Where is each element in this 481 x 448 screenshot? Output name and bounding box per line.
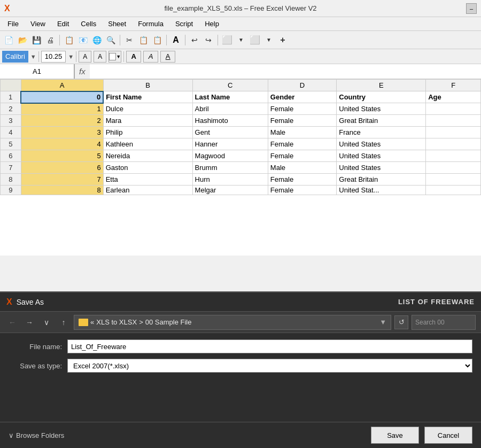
- cell-c5[interactable]: Hanner: [192, 138, 268, 150]
- tb-web[interactable]: 🌐: [90, 34, 103, 47]
- cell-d9[interactable]: Female: [268, 186, 336, 195]
- cell-b2[interactable]: Dulce: [103, 103, 192, 115]
- cell-b7[interactable]: Gaston: [103, 162, 192, 174]
- cell-e3[interactable]: Great Britain: [337, 115, 426, 127]
- formula-input[interactable]: [90, 64, 481, 79]
- nav-up-button[interactable]: ↑: [57, 315, 71, 329]
- cancel-button[interactable]: Cancel: [424, 427, 472, 444]
- cell-e2[interactable]: United States: [337, 103, 426, 115]
- cell-c2[interactable]: Abril: [192, 103, 268, 115]
- cell-b3[interactable]: Mara: [103, 115, 192, 127]
- menu-cells[interactable]: Cells: [75, 19, 102, 29]
- cell-f6[interactable]: [426, 150, 481, 162]
- tb-border2[interactable]: ⬜: [249, 34, 261, 47]
- savetype-select[interactable]: Excel 2007(*.xlsx): [67, 359, 472, 373]
- cell-f2[interactable]: [426, 103, 481, 115]
- font-name-input[interactable]: Calibri: [2, 51, 28, 63]
- menu-formula[interactable]: Formula: [133, 19, 169, 29]
- cell-d8[interactable]: Female: [268, 174, 336, 186]
- cell-c6[interactable]: Magwood: [192, 150, 268, 162]
- col-header-c[interactable]: C: [192, 80, 268, 91]
- cell-a2[interactable]: 1: [21, 103, 103, 115]
- cell-c9[interactable]: Melgar: [192, 186, 268, 195]
- col-header-a[interactable]: A: [21, 80, 103, 91]
- cell-d6[interactable]: Female: [268, 150, 336, 162]
- search-box[interactable]: Search 00: [412, 315, 476, 330]
- cell-d4[interactable]: Male: [268, 127, 336, 138]
- cell-f1[interactable]: Age: [426, 91, 481, 103]
- cell-f8[interactable]: [426, 174, 481, 186]
- bold-btn-A[interactable]: A: [126, 51, 141, 63]
- menu-script[interactable]: Script: [170, 19, 198, 29]
- menu-help[interactable]: Help: [199, 19, 224, 29]
- tb-preview[interactable]: 📋: [63, 34, 75, 47]
- cell-d5[interactable]: Female: [268, 138, 336, 150]
- breadcrumb-dropdown[interactable]: ▼: [379, 318, 386, 326]
- cell-f9[interactable]: [426, 186, 481, 195]
- underline-btn-A[interactable]: A: [160, 51, 175, 63]
- cell-e9[interactable]: United Stat...: [337, 186, 426, 195]
- tb-new[interactable]: 📄: [2, 34, 15, 47]
- menu-view[interactable]: View: [25, 19, 51, 29]
- tb-undo[interactable]: ↩: [188, 34, 201, 47]
- tb-border-drop2[interactable]: ▼: [262, 34, 275, 47]
- cell-b6[interactable]: Nereida: [103, 150, 192, 162]
- cell-a4[interactable]: 3: [21, 127, 103, 138]
- italic-btn-A[interactable]: A: [143, 51, 158, 63]
- tb-cut[interactable]: ✂: [123, 34, 136, 47]
- tb-open[interactable]: 📂: [16, 34, 29, 47]
- cell-e7[interactable]: United States: [337, 162, 426, 174]
- cell-a8[interactable]: 7: [21, 174, 103, 186]
- save-button[interactable]: Save: [371, 427, 419, 444]
- cell-e6[interactable]: United States: [337, 150, 426, 162]
- cell-d3[interactable]: Female: [268, 115, 336, 127]
- menu-sheet[interactable]: Sheet: [103, 19, 131, 29]
- tb-border-drop[interactable]: ▼: [235, 34, 247, 47]
- tb-save[interactable]: 💾: [30, 34, 43, 47]
- cell-d2[interactable]: Female: [268, 103, 336, 115]
- tb-plus[interactable]: +: [276, 34, 289, 47]
- tb-paste[interactable]: 📋: [151, 34, 164, 47]
- tb-redo[interactable]: ↪: [202, 34, 215, 47]
- nav-dropdown-button[interactable]: ∨: [40, 315, 53, 329]
- nav-refresh-button[interactable]: ↺: [394, 315, 408, 329]
- cell-a7[interactable]: 6: [21, 162, 103, 174]
- cell-f3[interactable]: [426, 115, 481, 127]
- menu-edit[interactable]: Edit: [52, 19, 74, 29]
- font-size-input[interactable]: 10.25: [41, 51, 66, 63]
- cell-e1[interactable]: Country: [337, 91, 426, 103]
- col-header-d[interactable]: D: [268, 80, 336, 91]
- col-header-f[interactable]: F: [426, 80, 481, 91]
- minimize-button[interactable]: –: [466, 3, 477, 14]
- filename-input[interactable]: [67, 339, 472, 353]
- cell-b1[interactable]: First Name: [103, 91, 192, 103]
- font-icon-a1[interactable]: A: [79, 51, 91, 63]
- font-icon-a2[interactable]: A: [94, 51, 106, 63]
- cell-e8[interactable]: Great Britain: [337, 174, 426, 186]
- cell-b8[interactable]: Etta: [103, 174, 192, 186]
- col-header-b[interactable]: B: [103, 80, 192, 91]
- cell-c8[interactable]: Hurn: [192, 174, 268, 186]
- cell-reference[interactable]: A1: [0, 64, 75, 79]
- tb-email[interactable]: 📧: [76, 34, 89, 47]
- col-header-e[interactable]: E: [337, 80, 426, 91]
- cell-c1[interactable]: Last Name: [192, 91, 268, 103]
- tb-search-toolbar[interactable]: 🔍: [104, 34, 117, 47]
- cell-b4[interactable]: Philip: [103, 127, 192, 138]
- font-size-dropdown[interactable]: ▼: [68, 53, 74, 60]
- cell-f4[interactable]: [426, 127, 481, 138]
- tb-border1[interactable]: ⬜: [221, 34, 234, 47]
- cell-c4[interactable]: Gent: [192, 127, 268, 138]
- cell-c7[interactable]: Brumm: [192, 162, 268, 174]
- cell-d7[interactable]: Male: [268, 162, 336, 174]
- tb-font-a[interactable]: A: [169, 34, 182, 47]
- fill-color-btn[interactable]: ▼: [108, 51, 121, 63]
- cell-f5[interactable]: [426, 138, 481, 150]
- cell-b5[interactable]: Kathleen: [103, 138, 192, 150]
- cell-a9[interactable]: 8: [21, 186, 103, 195]
- cell-d1[interactable]: Gender: [268, 91, 336, 103]
- tb-print[interactable]: 🖨: [44, 34, 57, 47]
- tb-copy[interactable]: 📋: [137, 34, 150, 47]
- browse-folders-toggle[interactable]: ∨ Browse Folders: [9, 431, 64, 439]
- cell-e4[interactable]: France: [337, 127, 426, 138]
